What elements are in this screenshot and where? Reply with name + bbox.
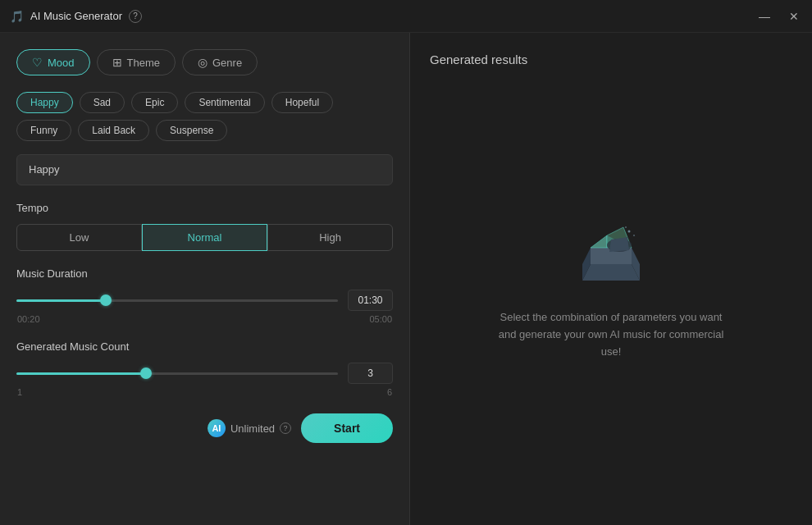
count-min: 1 [17, 387, 22, 397]
svg-marker-0 [582, 264, 640, 281]
unlimited-badge: AI Unlimited ? [208, 419, 291, 437]
svg-point-10 [633, 235, 635, 236]
close-button[interactable]: ✕ [786, 8, 802, 25]
results-title: Generated results [430, 52, 527, 66]
music-duration-range: 00:20 05:00 [16, 314, 393, 324]
music-count-range: 1 6 [16, 387, 393, 397]
tempo-group: Low Normal High [16, 224, 393, 251]
mood-grid: Happy Sad Epic Sentimental Hopeful Funny… [16, 92, 393, 141]
results-empty-text: Select the combination of parameters you… [496, 309, 726, 360]
tempo-low[interactable]: Low [16, 224, 142, 251]
window-controls: — ✕ [756, 8, 802, 25]
genre-tab-icon: ◎ [198, 56, 208, 69]
music-duration-row: 01:30 [16, 290, 393, 311]
duration-min: 00:20 [17, 314, 40, 324]
music-count-slider[interactable] [16, 372, 338, 375]
main-content: ♡ Mood ⊞ Theme ◎ Genre Happy Sad Epic Se… [0, 33, 812, 525]
unlimited-label: Unlimited [230, 422, 275, 435]
empty-state-illustration [562, 211, 660, 293]
tab-mood-label: Mood [48, 57, 75, 69]
right-panel: Generated results [410, 33, 812, 525]
mood-pill-sentimental[interactable]: Sentimental [185, 92, 264, 113]
music-count-value: 3 [348, 363, 393, 384]
count-max: 6 [387, 387, 392, 397]
mood-tab-icon: ♡ [32, 56, 43, 69]
music-duration-slider[interactable] [16, 299, 338, 302]
music-count-label: Generated Music Count [16, 340, 393, 353]
tab-genre[interactable]: ◎ Genre [182, 49, 258, 75]
app-icon: 🎵 [10, 10, 24, 23]
music-count-row: 3 [16, 363, 393, 384]
mood-pill-laidback[interactable]: Laid Back [78, 120, 149, 141]
music-duration-section: Music Duration 01:30 00:20 05:00 [16, 267, 393, 324]
tempo-high[interactable]: High [267, 224, 393, 251]
selected-mood-value: Happy [29, 163, 60, 176]
svg-point-11 [625, 226, 627, 228]
minimize-button[interactable]: — [756, 8, 773, 25]
tempo-normal[interactable]: Normal [142, 224, 267, 251]
tab-mood[interactable]: ♡ Mood [16, 49, 90, 75]
mood-pill-suspense[interactable]: Suspense [156, 120, 227, 141]
selected-mood-display: Happy [16, 154, 393, 185]
music-duration-label: Music Duration [16, 267, 393, 280]
duration-max: 05:00 [369, 314, 392, 324]
tempo-label: Tempo [16, 202, 393, 214]
tab-theme[interactable]: ⊞ Theme [97, 49, 176, 75]
unlimited-icon: AI [208, 419, 226, 437]
titlebar: 🎵 AI Music Generator ? — ✕ [0, 0, 812, 33]
mood-pill-happy[interactable]: Happy [16, 92, 73, 113]
app-title: AI Music Generator [30, 10, 122, 22]
results-empty-area: Select the combination of parameters you… [430, 66, 792, 505]
mood-pill-epic[interactable]: Epic [131, 92, 178, 113]
left-panel: ♡ Mood ⊞ Theme ◎ Genre Happy Sad Epic Se… [0, 33, 410, 525]
help-icon[interactable]: ? [129, 10, 142, 23]
tab-bar: ♡ Mood ⊞ Theme ◎ Genre [16, 49, 393, 75]
mood-pill-sad[interactable]: Sad [80, 92, 125, 113]
unlimited-info-icon[interactable]: ? [280, 422, 291, 434]
tab-genre-label: Genre [212, 57, 242, 69]
mood-pill-funny[interactable]: Funny [16, 120, 71, 141]
mood-pill-hopeful[interactable]: Hopeful [271, 92, 333, 113]
music-count-section: Generated Music Count 3 1 6 [16, 340, 393, 397]
tab-theme-label: Theme [127, 57, 160, 69]
bottom-row: AI Unlimited ? Start [16, 413, 393, 443]
start-button[interactable]: Start [301, 413, 393, 443]
theme-tab-icon: ⊞ [112, 56, 122, 69]
svg-point-9 [628, 231, 631, 233]
music-duration-value: 01:30 [348, 290, 393, 311]
